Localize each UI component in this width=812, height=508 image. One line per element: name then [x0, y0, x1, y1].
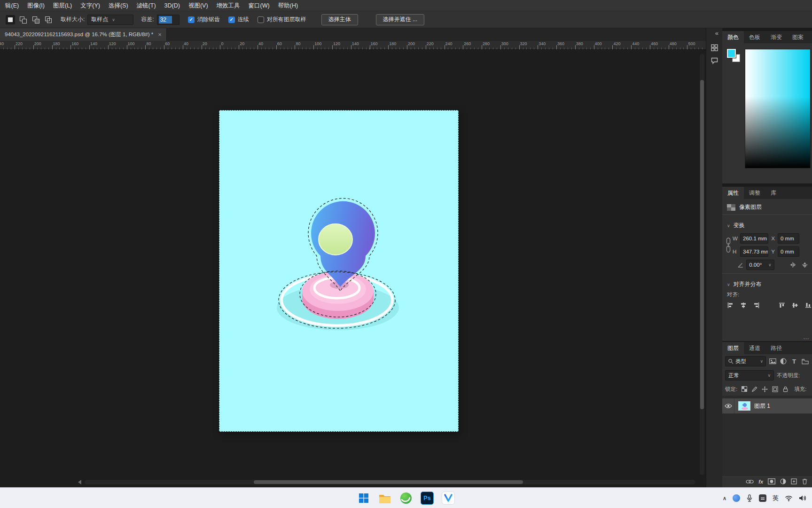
align-horizontal-center-icon[interactable]	[740, 302, 747, 309]
sample-all-layers-checkbox[interactable]	[258, 16, 264, 23]
tab-properties[interactable]: 属性	[722, 187, 744, 199]
select-and-mask-button[interactable]: 选择并遮住 ...	[376, 14, 424, 25]
document-canvas[interactable]	[219, 110, 459, 432]
contiguous-checkbox[interactable]: ✓	[228, 16, 235, 23]
tray-microphone-icon[interactable]	[746, 494, 753, 502]
filter-type-layers-icon[interactable]: T	[790, 357, 798, 365]
menu-item-image[interactable]: 图像(I)	[23, 0, 49, 11]
layer-effects-icon[interactable]: fx	[758, 479, 763, 484]
filter-pixel-layers-icon[interactable]	[768, 357, 777, 365]
blend-mode-dropdown[interactable]: 正常 ∨	[725, 370, 774, 381]
menu-item-type[interactable]: 文字(Y)	[76, 0, 104, 11]
new-adjustment-layer-icon[interactable]	[780, 478, 786, 484]
volume-icon[interactable]	[799, 495, 806, 501]
align-bottom-icon[interactable]	[805, 302, 812, 309]
layer-name[interactable]: 图层 1	[754, 402, 770, 410]
tab-adjustments[interactable]: 调整	[744, 187, 765, 199]
add-layer-mask-icon[interactable]	[768, 478, 775, 484]
intersect-with-selection-icon[interactable]	[44, 15, 53, 24]
tab-paths[interactable]: 路径	[765, 342, 787, 354]
start-button[interactable]	[357, 492, 370, 505]
flip-horizontal-icon[interactable]	[789, 262, 796, 268]
transform-section-header[interactable]: ∨ 变换	[722, 218, 812, 230]
subtract-from-selection-icon[interactable]	[31, 15, 40, 24]
align-distribute-header[interactable]: ∨ 对齐并分布	[722, 277, 812, 289]
close-icon[interactable]: ×	[158, 31, 162, 38]
filter-adjustment-layers-icon[interactable]	[779, 357, 788, 365]
tolerance-input[interactable]: 32	[157, 15, 180, 25]
menu-item-view[interactable]: 视图(V)	[184, 0, 212, 11]
vertical-scrollbar-thumb[interactable]	[700, 80, 704, 409]
sample-size-dropdown[interactable]: 取样点 ∨	[87, 15, 133, 25]
align-right-icon[interactable]	[753, 302, 760, 309]
menu-item-layer[interactable]: 图层(L)	[49, 0, 76, 11]
tab-channels[interactable]: 通道	[744, 342, 765, 354]
ime-indicator[interactable]: 英	[773, 494, 779, 502]
tab-gradients[interactable]: 渐变	[765, 31, 787, 43]
tab-color[interactable]: 颜色	[722, 31, 744, 43]
photoshop-taskbar-icon[interactable]: Ps	[421, 492, 434, 505]
rotation-angle-input[interactable]: 0.00° ∨	[746, 260, 774, 270]
comment-panel-icon[interactable]	[709, 56, 720, 66]
menu-item-select[interactable]: 选择(S)	[104, 0, 133, 11]
expand-panels-icon[interactable]: «	[715, 30, 718, 37]
anti-alias-checkbox[interactable]: ✓	[188, 16, 195, 23]
tray-app-blue-icon[interactable]	[733, 494, 740, 502]
lock-all-icon[interactable]	[782, 385, 789, 393]
collapsed-panel-grid-icon[interactable]	[709, 42, 720, 53]
ruler-label: 400	[595, 41, 602, 46]
flip-vertical-icon[interactable]	[802, 262, 808, 268]
menu-item-window[interactable]: 窗口(W)	[244, 0, 274, 11]
file-explorer-icon[interactable]	[378, 492, 391, 505]
y-input[interactable]: 0 mm	[778, 246, 799, 257]
color-picker-field[interactable]	[745, 49, 811, 168]
width-input[interactable]: 260.1 mm	[740, 233, 768, 244]
panel-overflow-dots[interactable]: …	[803, 333, 810, 341]
menu-item-plugins[interactable]: 增效工具	[212, 0, 244, 11]
select-subject-button[interactable]: 选择主体	[321, 14, 358, 25]
foreground-color-swatch[interactable]	[727, 49, 736, 58]
browser-icon[interactable]	[399, 492, 413, 505]
delete-layer-icon[interactable]	[802, 478, 808, 484]
horizontal-scrollbar-thumb[interactable]	[254, 480, 523, 484]
menu-item-filter[interactable]: 滤镜(T)	[133, 0, 160, 11]
vertical-scrollbar[interactable]	[700, 54, 704, 475]
filter-shape-layers-icon[interactable]	[801, 357, 809, 365]
layer-row[interactable]: 图层 1	[722, 398, 812, 413]
align-left-icon[interactable]	[727, 302, 734, 309]
lock-transparency-icon[interactable]	[741, 385, 748, 393]
menu-bar: 辑(E) 图像(I) 图层(L) 文字(Y) 选择(S) 滤镜(T) 3D(D)…	[0, 0, 812, 11]
lock-paint-icon[interactable]	[751, 385, 758, 393]
x-input[interactable]: 0 mm	[778, 233, 799, 244]
height-input[interactable]: 347.73 mm	[740, 246, 768, 257]
menu-item-help[interactable]: 帮助(H)	[274, 0, 302, 11]
align-vertical-center-icon[interactable]	[792, 302, 798, 309]
link-wh-icon[interactable]	[726, 237, 731, 253]
ruler-tick	[145, 45, 146, 49]
tray-app-dark-icon[interactable]	[759, 494, 766, 502]
tab-libraries[interactable]: 库	[765, 187, 781, 199]
scroll-left-arrow-icon[interactable]	[78, 480, 81, 484]
align-top-icon[interactable]	[779, 302, 785, 309]
menu-item-3d[interactable]: 3D(D)	[160, 0, 184, 11]
tray-show-hidden-icons-icon[interactable]: ∧	[723, 495, 726, 501]
new-layer-icon[interactable]	[791, 478, 797, 484]
ruler-tick	[445, 45, 445, 49]
horizontal-scrollbar[interactable]	[85, 480, 695, 484]
layer-thumbnail[interactable]	[738, 401, 750, 411]
tab-layers[interactable]: 图层	[722, 342, 744, 354]
v-app-icon[interactable]	[442, 492, 455, 505]
new-selection-icon[interactable]	[6, 15, 15, 24]
menu-item-edit[interactable]: 辑(E)	[1, 0, 23, 11]
layer-visibility-cell[interactable]	[722, 398, 734, 413]
tab-swatches[interactable]: 色板	[744, 31, 765, 43]
canvas-area[interactable]	[0, 50, 706, 487]
wifi-icon[interactable]	[785, 495, 793, 501]
lock-artboard-icon[interactable]	[772, 385, 779, 393]
layer-filter-dropdown[interactable]: 类型 ∨	[725, 356, 766, 366]
add-to-selection-icon[interactable]	[18, 15, 28, 24]
link-layers-icon[interactable]	[746, 479, 754, 484]
tab-patterns[interactable]: 图案	[787, 31, 809, 43]
document-tab[interactable]: 94043_20220921162115693.psd @ 16.7% (图层 …	[0, 28, 167, 41]
lock-position-icon[interactable]	[761, 385, 768, 393]
